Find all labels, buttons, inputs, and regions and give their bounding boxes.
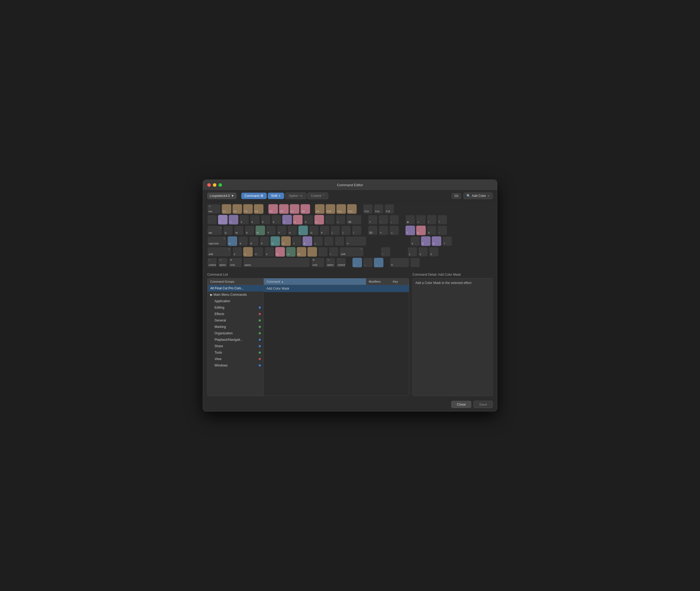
key-e[interactable]: E	[245, 225, 255, 235]
close-button[interactable]: Close	[451, 401, 471, 408]
key-h[interactable]: H	[281, 236, 291, 246]
key-5[interactable]: 5	[261, 215, 271, 224]
key-backslash[interactable]: \	[352, 225, 361, 235]
group-application[interactable]: Application	[208, 298, 264, 304]
save-button[interactable]: Save	[474, 401, 493, 408]
key-9[interactable]: 9	[304, 215, 313, 224]
key-np-7[interactable]: 7	[406, 225, 415, 235]
device-selector[interactable]: Loupedeck4.0 ▼	[207, 193, 236, 199]
key-np-mul[interactable]: *	[437, 215, 447, 224]
key-np-3[interactable]: 3	[429, 247, 439, 257]
group-view[interactable]: View	[208, 356, 264, 362]
key-np-2[interactable]: 2	[418, 247, 428, 257]
key-roption[interactable]: ⌥ option	[326, 258, 335, 267]
key-br-pg[interactable]: ↘	[390, 225, 399, 235]
key-7[interactable]: 7	[282, 215, 292, 224]
key-f15[interactable]: F15	[384, 204, 394, 214]
group-playback[interactable]: Playback/Navigati...	[208, 336, 264, 343]
key-f2[interactable]: F2	[232, 204, 242, 214]
key-quote[interactable]: '	[335, 236, 344, 246]
key-f6[interactable]: F6	[279, 204, 289, 214]
shift-modifier[interactable]: Shift ⇧	[268, 193, 284, 199]
key-f[interactable]: F	[260, 236, 269, 246]
key-np-eq[interactable]: =	[416, 215, 426, 224]
key-0[interactable]: 0	[314, 215, 324, 224]
keyboard-layout-icon[interactable]: ⌨	[452, 193, 461, 199]
key-arr-down[interactable]: ↓	[363, 258, 373, 267]
key-a[interactable]: A	[228, 236, 237, 246]
key-f12[interactable]: F12	[347, 204, 357, 214]
group-marking[interactable]: Marking	[208, 324, 264, 330]
key-p[interactable]: P	[320, 225, 329, 235]
key-rcmd[interactable]: ⌘ cmd	[311, 258, 325, 267]
key-lcontrol[interactable]: ^ control	[207, 258, 217, 267]
key-d[interactable]: D	[249, 236, 259, 246]
group-organization[interactable]: Organization	[208, 330, 264, 336]
modifiers-col-header[interactable]: Modifiers	[366, 278, 390, 285]
key-8[interactable]: 8	[293, 215, 302, 224]
add-color-button[interactable]: 🔍 Add Color ✕	[464, 193, 493, 199]
key-f1[interactable]: F1	[222, 204, 231, 214]
key-g[interactable]: G	[271, 236, 280, 246]
key-col-header[interactable]: Key	[390, 278, 409, 285]
key-f10[interactable]: F10	[326, 204, 335, 214]
group-windows[interactable]: Windows	[208, 362, 264, 369]
key-3[interactable]: 3	[239, 215, 249, 224]
key-np-plus[interactable]: +	[442, 236, 452, 246]
key-capslock[interactable]: ⇪ caps lock	[207, 236, 226, 246]
close-button[interactable]	[207, 183, 211, 187]
key-l[interactable]: L	[313, 236, 323, 246]
key-m[interactable]: M	[297, 247, 306, 257]
group-general[interactable]: General	[208, 317, 264, 324]
key-semicolon[interactable]: ;	[324, 236, 334, 246]
key-period[interactable]: .	[318, 247, 328, 257]
key-arr-right[interactable]: →	[374, 258, 383, 267]
key-slash[interactable]: /	[329, 247, 339, 257]
group-editing[interactable]: Editing	[208, 304, 264, 311]
key-f4[interactable]: F4	[254, 204, 264, 214]
group-share[interactable]: Share	[208, 343, 264, 349]
key-f11[interactable]: F11	[336, 204, 346, 214]
key-q[interactable]: Q	[223, 225, 233, 235]
key-c[interactable]: C	[254, 247, 264, 257]
key-k[interactable]: K	[302, 236, 312, 246]
key-np-6[interactable]: 6	[432, 236, 441, 246]
key-arr-up[interactable]: ↑	[381, 247, 391, 257]
key-t[interactable]: T	[266, 225, 276, 235]
command-col-header[interactable]: Command ▲	[264, 278, 366, 285]
key-lshift[interactable]: ⇧ shift	[207, 247, 231, 257]
key-1[interactable]: 1	[218, 215, 228, 224]
key-backtick[interactable]: `	[207, 215, 217, 224]
key-rshift[interactable]: ⇧ shift	[340, 247, 364, 257]
key-4[interactable]: 4	[250, 215, 260, 224]
key-rbracket[interactable]: ]	[341, 225, 351, 235]
key-np-9[interactable]: 9	[427, 225, 436, 235]
maximize-button[interactable]	[218, 183, 222, 187]
key-f9[interactable]: F9	[315, 204, 325, 214]
key-b[interactable]: B	[275, 247, 285, 257]
key-n[interactable]: N	[286, 247, 296, 257]
group-tools[interactable]: Tools	[208, 349, 264, 356]
key-6[interactable]: 6	[272, 215, 281, 224]
control-modifier[interactable]: Control ⌃	[307, 193, 328, 199]
key-comma[interactable]: ,	[307, 247, 317, 257]
close-icon[interactable]: ✕	[487, 194, 490, 198]
key-s[interactable]: S	[238, 236, 248, 246]
key-u[interactable]: U	[288, 225, 297, 235]
key-arr-left[interactable]: ←	[352, 258, 362, 267]
key-x[interactable]: X	[243, 247, 253, 257]
key-2[interactable]: 2	[229, 215, 238, 224]
key-num-?[interactable]: ?	[368, 215, 377, 224]
minimize-button[interactable]	[213, 183, 216, 187]
key-np-5[interactable]: 5	[421, 236, 431, 246]
key-f13[interactable]: F13	[363, 204, 373, 214]
group-effects[interactable]: Effects	[208, 311, 264, 317]
key-np-8[interactable]: 8	[416, 225, 426, 235]
key-np-dot[interactable]: .	[410, 258, 420, 267]
key-num-slash[interactable]: ↑	[379, 215, 388, 224]
key-br-\[interactable]: ↖	[379, 225, 388, 235]
key-i[interactable]: I	[298, 225, 308, 235]
group-all[interactable]: All Final Cut Pro Com...	[208, 285, 264, 291]
key-r[interactable]: R	[256, 225, 265, 235]
key-lcmd[interactable]: ⌘ cmd	[229, 258, 242, 267]
